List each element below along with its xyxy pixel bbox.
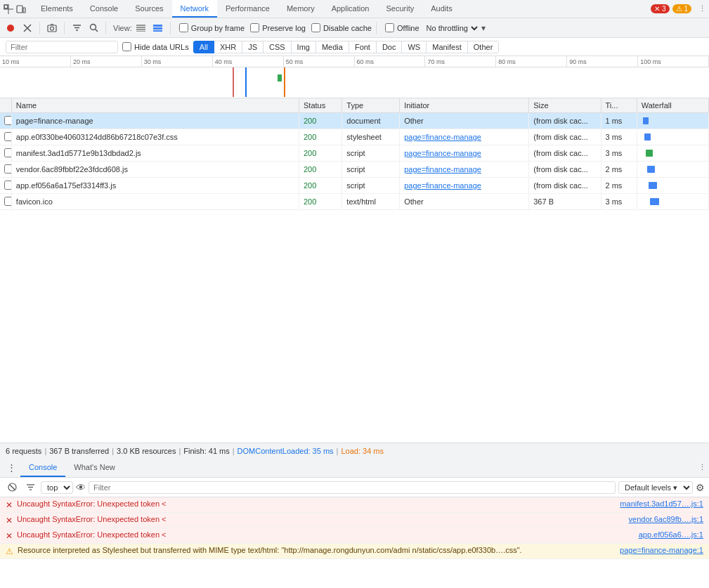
tab-application[interactable]: Application [323, 0, 378, 18]
tab-performance[interactable]: Performance [217, 0, 278, 18]
filter-tab-other[interactable]: Other [467, 41, 500, 53]
table-row[interactable]: app.e0f330be40603124dd86b67218c07e3f.css… [0, 129, 709, 145]
initiator-link[interactable]: page=finance-manage [404, 165, 481, 174]
tab-sources[interactable]: Sources [126, 0, 171, 18]
filter-tab-img[interactable]: Img [291, 41, 316, 53]
filter-tab-ws[interactable]: WS [401, 41, 427, 53]
row-checkbox[interactable] [4, 181, 11, 190]
console-section-icon[interactable]: ⋮ [3, 462, 20, 473]
offline-label[interactable]: Offline [397, 24, 419, 32]
console-eye-icon[interactable]: 👁 [76, 482, 86, 493]
record-button[interactable] [3, 20, 18, 36]
row-name[interactable]: page=finance-manage [11, 113, 299, 129]
row-checkbox[interactable] [4, 148, 11, 157]
row-name[interactable]: manifest.3ad1d5771e9b13dbdad2.js [11, 145, 299, 162]
filter-tab-all[interactable]: All [193, 41, 214, 53]
col-waterfall-header[interactable]: Waterfall [637, 98, 708, 113]
console-settings-icon[interactable]: ⚙ [696, 482, 705, 493]
group-by-frame-label[interactable]: Group by frame [191, 24, 245, 32]
col-size-header[interactable]: Size [529, 98, 601, 113]
row-time: 3 ms [601, 129, 637, 145]
svg-point-9 [51, 27, 54, 30]
filter-tab-doc[interactable]: Doc [376, 41, 403, 53]
group-by-frame-checkbox[interactable] [179, 23, 188, 32]
svg-rect-20 [153, 27, 162, 30]
console-clear-button[interactable] [4, 480, 20, 495]
console-tabs-more-icon[interactable]: ⋮ [698, 463, 706, 472]
inspect-icon[interactable] [3, 4, 14, 15]
row-name[interactable]: app.ef056a6a175ef3314ff3.js [11, 178, 299, 194]
tab-elements[interactable]: Elements [32, 0, 82, 18]
col-time-header[interactable]: Ti... [601, 98, 637, 113]
filter-button[interactable] [69, 20, 84, 36]
filter-tab-font[interactable]: Font [349, 41, 377, 53]
console-tab-console[interactable]: Console [20, 458, 65, 477]
row-name[interactable]: app.e0f330be40603124dd86b67218c07e3f.css [11, 129, 299, 145]
search-button[interactable] [86, 20, 101, 36]
filter-tab-js[interactable]: JS [242, 41, 264, 53]
view-list-button[interactable] [134, 20, 149, 36]
row-checkbox-cell [0, 145, 11, 162]
throttling-dropdown-icon[interactable]: ▾ [481, 23, 486, 33]
svg-rect-0 [4, 5, 8, 8]
table-row[interactable]: favicon.ico 200 text/html Other 367 B 3 … [0, 194, 709, 210]
col-initiator-header[interactable]: Initiator [400, 98, 529, 113]
filter-tab-media[interactable]: Media [316, 41, 349, 53]
row-checkbox[interactable] [4, 197, 11, 206]
type-filter-tabs: All XHR JS CSS Img Media Font Doc WS Man… [193, 41, 499, 53]
row-name[interactable]: vendor.6ac89fbbf22e3fdcd608.js [11, 162, 299, 178]
row-initiator: page=finance-manage [400, 145, 529, 162]
col-name-header[interactable]: Name [11, 98, 299, 113]
initiator-link[interactable]: page=finance-manage [404, 149, 481, 157]
row-checkbox[interactable] [4, 132, 11, 141]
disable-cache-checkbox[interactable] [311, 23, 320, 32]
svg-rect-8 [48, 25, 56, 32]
table-row[interactable]: page=finance-manage 200 document Other (… [0, 113, 709, 129]
resources-size: 3.0 KB resources [117, 447, 176, 455]
offline-checkbox[interactable] [385, 23, 394, 32]
msg-source-link[interactable]: vendor.6ac89fb….js:1 [629, 515, 703, 523]
tab-console[interactable]: Console [82, 0, 126, 18]
console-tab-whats-new[interactable]: What's New [65, 458, 123, 477]
filter-tab-xhr[interactable]: XHR [214, 41, 242, 53]
console-level-select[interactable]: Default levels ▾ [618, 481, 693, 494]
tick-80ms: 80 ms [496, 56, 567, 67]
camera-button[interactable] [44, 20, 60, 36]
toolbar-divider-2 [64, 22, 65, 34]
network-table-container: Name Status Type Initiator Size Ti... Wa… [0, 98, 709, 443]
filter-input[interactable] [6, 41, 118, 53]
msg-source-link[interactable]: app.ef056a6….js:1 [639, 530, 703, 539]
initiator-link[interactable]: page=finance-manage [404, 181, 481, 190]
table-row[interactable]: app.ef056a6a175ef3314ff3.js 200 script p… [0, 178, 709, 194]
preserve-log-checkbox[interactable] [250, 23, 259, 32]
msg-source-link[interactable]: manifest.3ad1d57….js:1 [620, 499, 703, 508]
tab-memory[interactable]: Memory [278, 0, 323, 18]
row-name[interactable]: favicon.ico [11, 194, 299, 210]
tab-audits[interactable]: Audits [422, 0, 461, 18]
tab-security[interactable]: Security [377, 0, 422, 18]
row-checkbox-cell [0, 194, 11, 210]
view-waterfall-button[interactable] [150, 20, 166, 36]
console-context-select[interactable]: top [41, 481, 73, 494]
row-checkbox[interactable] [4, 164, 11, 174]
console-filter-input[interactable] [89, 481, 616, 494]
table-row[interactable]: vendor.6ac89fbbf22e3fdcd608.js 200 scrip… [0, 162, 709, 178]
more-options-icon[interactable]: ⋮ [698, 4, 706, 13]
row-checkbox[interactable] [4, 116, 11, 125]
console-filter-toggle-button[interactable] [22, 480, 38, 495]
filter-tab-css[interactable]: CSS [263, 41, 292, 53]
hide-data-urls-label[interactable]: Hide data URLs [134, 43, 189, 51]
hide-data-urls-checkbox[interactable] [122, 42, 131, 51]
col-status-header[interactable]: Status [299, 98, 342, 113]
device-toggle-icon[interactable] [15, 4, 27, 15]
msg-source-link[interactable]: page=finance-manage:1 [620, 546, 703, 554]
table-row[interactable]: manifest.3ad1d5771e9b13dbdad2.js 200 scr… [0, 145, 709, 162]
tab-network[interactable]: Network [172, 0, 217, 18]
throttling-select[interactable]: No throttling [424, 23, 480, 33]
disable-cache-label[interactable]: Disable cache [323, 24, 372, 32]
col-type-header[interactable]: Type [342, 98, 400, 113]
filter-tab-manifest[interactable]: Manifest [426, 41, 468, 53]
initiator-link[interactable]: page=finance-manage [404, 133, 481, 141]
preserve-log-label[interactable]: Preserve log [262, 24, 306, 32]
clear-button[interactable] [20, 20, 35, 36]
